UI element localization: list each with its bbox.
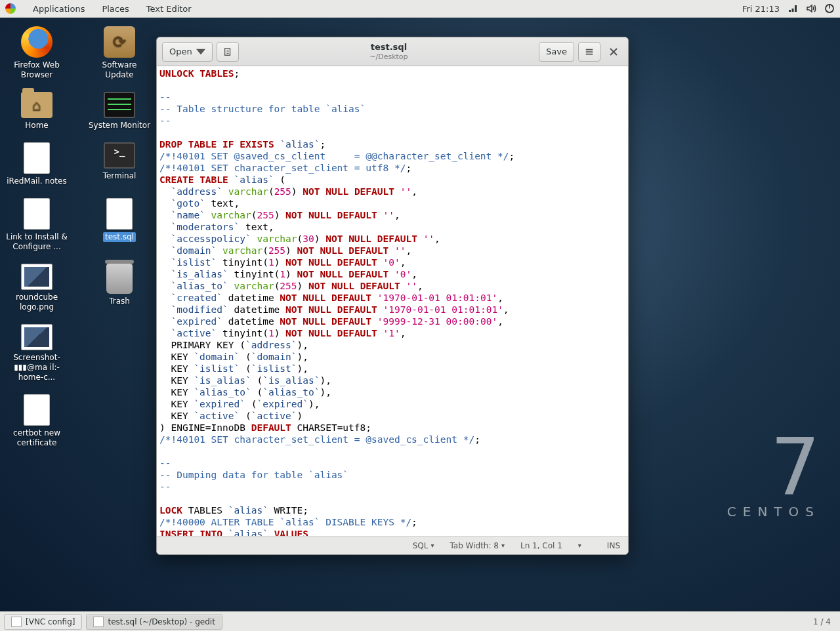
desktop-icon[interactable]: iRedMail. notes [5, 142, 68, 186]
workspace-indicator[interactable]: 1 / 4 [808, 617, 836, 626]
terminal-icon [104, 142, 135, 169]
gedit-window: Open test.sql ~/Desktop Save UNLOCK TABL… [156, 37, 629, 555]
img-icon [21, 264, 52, 290]
status-language[interactable]: SQL▾ [413, 541, 434, 550]
gedit-statusbar: SQL▾ Tab Width: 8▾ Ln 1, Col 1 ▾ INS [157, 536, 628, 554]
open-button[interactable]: Open [162, 42, 213, 62]
desktop-icon[interactable]: Home [5, 92, 68, 131]
code-content[interactable]: UNLOCK TABLES; -- -- Table structure for… [157, 66, 628, 536]
taskbar-button-label: [VNC config] [26, 617, 75, 626]
window-icon [11, 617, 22, 627]
top-panel: Applications Places Text Editor Fri 21:1… [0, 0, 840, 18]
status-tabwidth[interactable]: Tab Width: 8▾ [450, 541, 505, 550]
desktop-icon[interactable]: Terminal [88, 142, 151, 186]
desktop-icon-label: certbot new certificate [5, 428, 68, 448]
desktop-icon-label: Trash [109, 296, 130, 306]
hamburger-menu-button[interactable] [578, 42, 600, 62]
desktop-icon[interactable]: System Monitor [88, 92, 151, 131]
chevron-down-icon[interactable]: ▾ [578, 542, 581, 549]
menu-places[interactable]: Places [99, 1, 131, 16]
volume-icon[interactable] [806, 3, 816, 14]
desktop-icon[interactable]: Software Update [88, 26, 151, 80]
folder-icon [21, 92, 52, 118]
doc-icon [106, 198, 133, 230]
desktop-icon-label: roundcube logo.png [5, 293, 68, 312]
img-icon [21, 324, 52, 350]
new-doc-icon [223, 47, 232, 56]
distro-icon [5, 3, 16, 14]
desktop: Firefox Web BrowserSoftware UpdateHomeSy… [5, 26, 151, 448]
svg-rect-1 [829, 4, 830, 9]
status-cursor: Ln 1, Col 1 [520, 541, 562, 550]
taskbar-button[interactable]: test.sql (~/Desktop) - gedit [86, 614, 222, 630]
hamburger-icon [585, 47, 594, 56]
power-icon[interactable] [824, 3, 835, 14]
doc-icon [24, 198, 50, 230]
desktop-icon[interactable]: Link to Install & Configure ... [5, 198, 68, 252]
desktop-icon[interactable]: Trash [88, 264, 151, 312]
status-insert-mode: INS [607, 541, 620, 550]
new-document-button[interactable] [217, 42, 239, 62]
window-icon [93, 617, 104, 627]
desktop-icon-label: Terminal [103, 171, 136, 181]
gedit-headerbar: Open test.sql ~/Desktop Save [157, 37, 628, 66]
desktop-icon-label: Firefox Web Browser [5, 60, 68, 80]
chevron-down-icon: ▾ [501, 542, 505, 549]
doc-icon [24, 394, 50, 426]
editor-view[interactable]: UNLOCK TABLES; -- -- Table structure for… [157, 66, 628, 536]
window-close-button[interactable] [604, 43, 623, 61]
desktop-icon-label: System Monitor [89, 121, 150, 131]
close-icon [610, 48, 618, 56]
desktop-icon[interactable]: test.sql [88, 198, 151, 252]
desktop-icon-label: iRedMail. notes [7, 176, 66, 186]
desktop-icon[interactable]: Screenshot- ▮▮▮@ma il:-home-c... [5, 324, 68, 382]
desktop-icon-label: Link to Install & Configure ... [5, 232, 68, 252]
taskbar-button[interactable]: [VNC config] [4, 614, 82, 630]
clock[interactable]: Fri 21:13 [742, 4, 780, 14]
chevron-down-icon [196, 47, 205, 56]
desktop-icon-label: Screenshot- ▮▮▮@ma il:-home-c... [5, 353, 68, 382]
bottom-taskbar: [VNC config]test.sql (~/Desktop) - gedit… [0, 611, 840, 631]
doc-icon [24, 142, 50, 174]
desktop-icon[interactable]: Firefox Web Browser [5, 26, 68, 80]
taskbar-button-label: test.sql (~/Desktop) - gedit [108, 617, 215, 626]
monitor-icon [104, 92, 135, 118]
desktop-icon-label: Software Update [88, 60, 151, 80]
network-icon[interactable] [788, 3, 798, 14]
desktop-icon-label: test.sql [103, 232, 136, 242]
menu-applications[interactable]: Applications [30, 1, 87, 16]
chevron-down-icon: ▾ [430, 542, 434, 549]
trash-icon [106, 264, 133, 294]
menu-texteditor[interactable]: Text Editor [144, 1, 194, 16]
firefox-icon [21, 26, 52, 58]
gedit-title: test.sql ~/Desktop [243, 42, 535, 61]
desktop-icon[interactable]: roundcube logo.png [5, 264, 68, 312]
save-button[interactable]: Save [539, 42, 574, 62]
desktop-icon[interactable]: certbot new certificate [5, 394, 68, 448]
desktop-icon-label: Home [25, 121, 48, 131]
centos-watermark: 7 CENTOS [727, 436, 820, 519]
update-icon [104, 26, 135, 58]
